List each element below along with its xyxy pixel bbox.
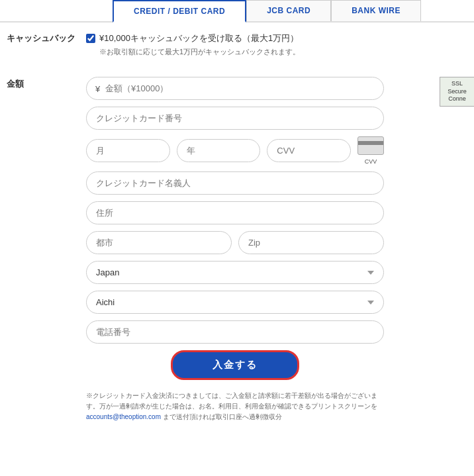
country-select[interactable]: Japan USA China Korea — [86, 261, 384, 284]
cvv-icon-label: CVV — [357, 158, 384, 165]
disclaimer: ※クレジットカード入金決済につきましては、ご入金額と請求額に若干差額が出る場合が… — [86, 391, 384, 422]
cashback-checkbox-label: ¥10,000キャッシュバックを受け取る（最大1万円） — [99, 32, 299, 44]
card-cvv-icon-wrapper: CVV — [357, 136, 384, 165]
tab-bank-wire[interactable]: BANK WIRE — [331, 0, 421, 21]
disclaimer-text: ※クレジットカード入金決済につきましては、ご入金額と請求額に若干差額が出る場合が… — [86, 392, 377, 410]
year-input[interactable] — [177, 139, 261, 162]
phone-input[interactable] — [86, 320, 384, 344]
city-input[interactable] — [86, 231, 232, 254]
tab-bar: CREDIT / DEBIT CARD JCB CARD BANK WIRE — [0, 0, 474, 23]
ssl-badge: SSL Secure Conne — [440, 77, 474, 107]
disclaimer-suffix: まで送付頂ければ取引口座へ過剰徴収分 — [161, 413, 282, 420]
disclaimer-email-link[interactable]: accounts@theoption.com — [86, 413, 161, 420]
month-input[interactable] — [86, 139, 170, 162]
currency-icon: ¥ — [95, 83, 100, 93]
tab-jcb[interactable]: JCB CARD — [246, 0, 331, 21]
cashback-content: ¥10,000キャッシュバックを受け取る（最大1万円） ※お取引額に応じて最大1… — [86, 32, 467, 57]
cvv-input[interactable] — [267, 139, 351, 162]
cashback-checkbox[interactable] — [86, 34, 95, 43]
cardholder-input[interactable] — [86, 171, 384, 195]
ssl-line2: Secure — [448, 88, 467, 95]
zip-input[interactable] — [238, 231, 384, 254]
cashback-note: ※お取引額に応じて最大1万円がキャッシュバックされます。 — [86, 47, 467, 57]
cashback-label: キャッシュバック — [7, 32, 86, 44]
expiry-cvv-row: CVV — [86, 136, 384, 165]
amount-section: 金額 ¥ CVV Japan — [0, 67, 474, 432]
tab-credit-debit[interactable]: CREDIT / DEBIT CARD — [113, 0, 246, 23]
form-area: ¥ CVV Japan USA China — [86, 77, 384, 422]
amount-input-wrapper: ¥ — [86, 77, 384, 100]
amount-input[interactable] — [86, 77, 384, 100]
cashback-section: キャッシュバック ¥10,000キャッシュバックを受け取る（最大1万円） ※お取… — [0, 23, 474, 67]
card-cvv-icon — [357, 136, 384, 155]
card-number-input[interactable] — [86, 107, 384, 130]
amount-label: 金額 — [7, 77, 86, 90]
city-zip-row — [86, 231, 384, 254]
submit-button[interactable]: 入金する — [171, 350, 299, 380]
address-input[interactable] — [86, 201, 384, 224]
cashback-check-line: ¥10,000キャッシュバックを受け取る（最大1万円） — [86, 32, 467, 44]
state-select[interactable]: Aichi Tokyo Osaka Hokkaido — [86, 291, 384, 314]
ssl-line1: SSL — [451, 80, 463, 87]
ssl-line3: Conne — [448, 95, 466, 102]
